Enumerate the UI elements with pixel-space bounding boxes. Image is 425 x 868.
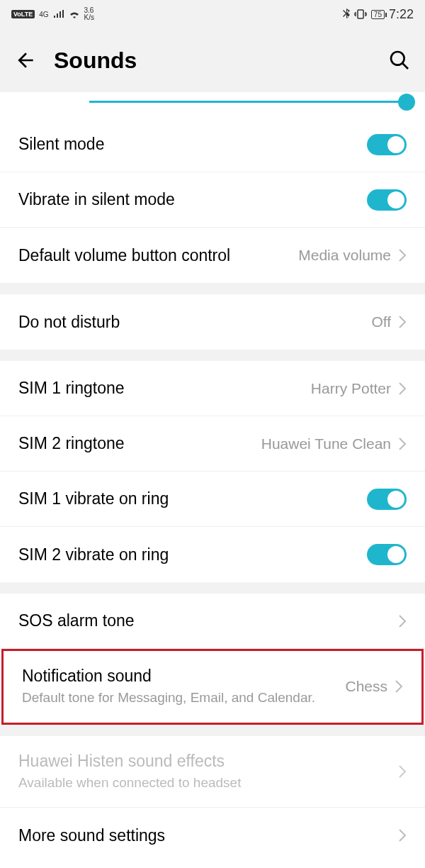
- section-gap: [0, 582, 425, 594]
- row-value: Media volume: [298, 247, 391, 264]
- group-modes: Silent mode Vibrate in silent mode Defau…: [0, 117, 425, 283]
- row-title: Do not disturb: [18, 313, 371, 332]
- toggle-vibrate-silent[interactable]: [367, 189, 407, 211]
- header: Sounds: [0, 28, 425, 92]
- group-effects: Huawei Histen sound effects Available wh…: [0, 736, 425, 864]
- section-gap: [0, 725, 425, 736]
- row-title: More sound settings: [18, 826, 398, 845]
- wifi-icon: [69, 10, 80, 18]
- row-subtitle: Default tone for Messaging, Email, and C…: [22, 689, 345, 707]
- battery-icon: 75: [371, 10, 385, 19]
- status-right: 75 7:22: [343, 7, 414, 22]
- row-value: Huawei Tune Clean: [261, 435, 391, 452]
- search-button[interactable]: [388, 49, 411, 72]
- row-notification-sound[interactable]: Notification sound Default tone for Mess…: [4, 651, 421, 723]
- row-title: SIM 1 ringtone: [18, 379, 311, 398]
- chevron-right-icon: [398, 828, 407, 842]
- status-bar: VoLTE 4G 3.6 K/s 75 7:22: [0, 0, 425, 28]
- row-sim2-vibrate[interactable]: SIM 2 vibrate on ring: [0, 527, 425, 582]
- toggle-sim1-vibrate[interactable]: [367, 489, 407, 510]
- row-sim1-vibrate[interactable]: SIM 1 vibrate on ring: [0, 472, 425, 527]
- group-dnd: Do not disturb Off: [0, 294, 425, 350]
- row-default-volume[interactable]: Default volume button control Media volu…: [0, 228, 425, 283]
- row-title: Vibrate in silent mode: [18, 190, 367, 209]
- highlight-box: Notification sound Default tone for Mess…: [1, 649, 424, 725]
- slider-thumb[interactable]: [398, 94, 415, 111]
- vibrate-icon: [354, 9, 367, 19]
- row-title: Notification sound: [22, 667, 345, 686]
- toggle-silent-mode[interactable]: [367, 134, 407, 155]
- chevron-right-icon: [398, 614, 407, 628]
- clock: 7:22: [389, 7, 414, 22]
- row-title: Silent mode: [18, 135, 367, 154]
- network-speed: 3.6 K/s: [84, 7, 94, 21]
- chevron-right-icon: [395, 679, 403, 694]
- row-value: Off: [371, 313, 391, 330]
- row-sim2-ringtone[interactable]: SIM 2 ringtone Huawei Tune Clean: [0, 416, 425, 472]
- signal-icon: [53, 10, 64, 18]
- chevron-right-icon: [398, 437, 407, 451]
- row-value: Chess: [345, 678, 387, 695]
- row-subtitle: Available when connected to headset: [18, 774, 398, 792]
- row-title: Default volume button control: [18, 246, 298, 265]
- toggle-sim2-vibrate[interactable]: [367, 544, 407, 565]
- page-title: Sounds: [54, 48, 371, 74]
- row-dnd[interactable]: Do not disturb Off: [0, 294, 425, 350]
- section-gap: [0, 350, 425, 361]
- row-title: SIM 2 vibrate on ring: [18, 545, 367, 564]
- volume-slider-row: [0, 92, 425, 117]
- svg-rect-0: [358, 10, 363, 18]
- row-sim1-ringtone[interactable]: SIM 1 ringtone Harry Potter: [0, 361, 425, 416]
- network-label: 4G: [39, 11, 48, 18]
- row-title: SOS alarm tone: [18, 611, 398, 630]
- row-sos[interactable]: SOS alarm tone: [0, 594, 425, 649]
- row-vibrate-silent[interactable]: Vibrate in silent mode: [0, 172, 425, 228]
- row-histen: Huawei Histen sound effects Available wh…: [0, 736, 425, 808]
- chevron-right-icon: [398, 382, 407, 396]
- group-tones: SOS alarm tone Notification sound Defaul…: [0, 594, 425, 725]
- back-button[interactable]: [14, 49, 37, 72]
- row-title: SIM 1 vibrate on ring: [18, 489, 367, 508]
- bluetooth-icon: [343, 9, 350, 20]
- svg-point-1: [391, 52, 404, 65]
- row-silent-mode[interactable]: Silent mode: [0, 117, 425, 172]
- volte-badge: VoLTE: [11, 10, 35, 18]
- chevron-right-icon: [398, 764, 407, 779]
- row-more-sound[interactable]: More sound settings: [0, 808, 425, 863]
- section-gap: [0, 283, 425, 294]
- group-sim: SIM 1 ringtone Harry Potter SIM 2 ringto…: [0, 361, 425, 582]
- volume-slider[interactable]: [89, 101, 407, 103]
- chevron-right-icon: [398, 248, 407, 262]
- row-value: Harry Potter: [311, 380, 391, 397]
- row-title: Huawei Histen sound effects: [18, 752, 398, 771]
- status-left: VoLTE 4G 3.6 K/s: [11, 7, 94, 21]
- row-title: SIM 2 ringtone: [18, 434, 261, 453]
- chevron-right-icon: [398, 315, 407, 329]
